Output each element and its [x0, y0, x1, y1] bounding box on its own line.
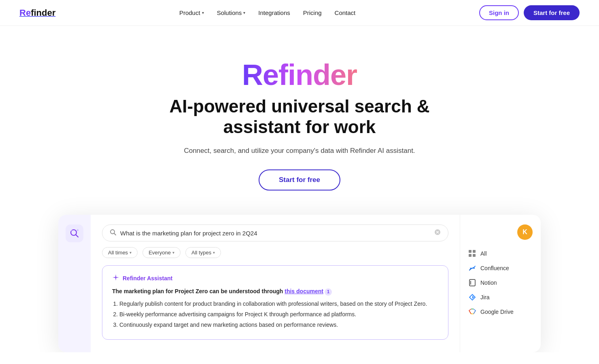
- demo-logo-icon: [66, 224, 83, 242]
- nav-contact[interactable]: Contact: [335, 9, 356, 16]
- chevron-down-icon: ▾: [172, 250, 174, 255]
- nav-pricing[interactable]: Pricing: [303, 9, 322, 16]
- search-query-text: What is the marketing plan for project z…: [120, 230, 430, 237]
- logo-finder: finder: [31, 8, 55, 18]
- demo-sidebar: [58, 215, 91, 352]
- search-icon: [110, 229, 116, 237]
- assistant-header: Refinder Assistant: [112, 274, 438, 283]
- demo-card: What is the marketing plan for project z…: [58, 215, 541, 352]
- list-item: Bi-weekly performance advertising campai…: [119, 310, 438, 319]
- source-all[interactable]: All: [468, 250, 533, 258]
- jira-icon: [468, 293, 476, 301]
- chevron-down-icon: ▾: [213, 250, 215, 255]
- confluence-icon: [468, 264, 476, 272]
- assistant-badge: 1: [325, 288, 332, 296]
- hero-subtitle: AI-powered universal search & assistant …: [142, 96, 457, 137]
- sparkle-icon: [112, 274, 119, 283]
- source-notion[interactable]: Notion: [468, 279, 533, 287]
- assistant-doc-link[interactable]: this document: [285, 288, 323, 294]
- navbar: Refinder Product ▾ Solutions ▾ Integrati…: [0, 0, 599, 26]
- nav-product[interactable]: Product ▾: [179, 9, 204, 16]
- assistant-intro: The marketing plan for Project Zero can …: [112, 288, 285, 294]
- chevron-down-icon: ▾: [243, 11, 245, 15]
- chevron-down-icon: ▾: [202, 11, 204, 15]
- avatar: K: [517, 224, 533, 240]
- logo-re: Re: [19, 8, 31, 18]
- assistant-label: Refinder Assistant: [123, 275, 172, 281]
- source-confluence[interactable]: Confluence: [468, 264, 533, 272]
- filter-all-types[interactable]: All types ▾: [185, 247, 221, 258]
- startfree-hero-button[interactable]: Start for free: [259, 169, 340, 190]
- nav-solutions[interactable]: Solutions ▾: [217, 9, 246, 16]
- assistant-card: Refinder Assistant The marketing plan fo…: [102, 265, 448, 340]
- nav-integrations[interactable]: Integrations: [258, 9, 290, 16]
- filter-row: All times ▾ Everyone ▾ All types ▾: [102, 247, 448, 258]
- logo[interactable]: Refinder: [19, 8, 55, 18]
- hero-section: Refinder AI-powered universal search & a…: [0, 26, 599, 215]
- search-clear-icon[interactable]: [434, 229, 441, 237]
- chevron-down-icon: ▾: [130, 250, 132, 255]
- demo-wrapper: What is the marketing plan for project z…: [49, 215, 550, 352]
- svg-line-1: [76, 235, 79, 237]
- svg-line-4: [114, 233, 116, 235]
- nav-actions: Sign in Start for free: [479, 5, 580, 20]
- notion-icon: [468, 279, 476, 287]
- hero-description: Connect, search, and utilize your compan…: [10, 147, 589, 155]
- nav-links: Product ▾ Solutions ▾ Integrations Prici…: [179, 9, 355, 16]
- all-icon: [468, 250, 476, 258]
- list-item: Continuously expand target and new marke…: [119, 320, 438, 329]
- filter-everyone[interactable]: Everyone ▾: [142, 247, 181, 258]
- source-jira[interactable]: Jira: [468, 293, 533, 301]
- demo-right-panel: K All: [460, 215, 541, 352]
- search-bar[interactable]: What is the marketing plan for project z…: [102, 224, 448, 241]
- source-gdrive[interactable]: Google Drive: [468, 308, 533, 316]
- hero-brand-name: Refinder: [242, 58, 357, 91]
- assistant-list: Regularly publish content for product br…: [112, 299, 438, 330]
- gdrive-icon: [468, 308, 476, 316]
- signin-button[interactable]: Sign in: [479, 5, 519, 20]
- assistant-body: The marketing plan for Project Zero can …: [112, 287, 438, 330]
- filter-all-times[interactable]: All times ▾: [102, 247, 138, 258]
- demo-main: What is the marketing plan for project z…: [91, 215, 460, 352]
- list-item: Regularly publish content for product br…: [119, 299, 438, 308]
- refinder-logo-icon: [69, 228, 80, 239]
- source-list: All Confluence: [468, 250, 533, 316]
- svg-rect-8: [469, 279, 475, 286]
- startfree-nav-button[interactable]: Start for free: [524, 5, 580, 20]
